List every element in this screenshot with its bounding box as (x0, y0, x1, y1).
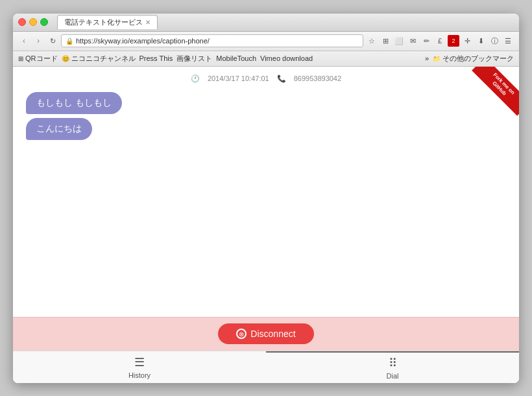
history-tab-icon: ☰ (134, 355, 145, 369)
menu-icon[interactable]: ☰ (502, 35, 514, 47)
message-bubble-1: もしもし もしもし (26, 92, 122, 114)
call-date: 2014/3/17 10:47:01 (208, 75, 269, 82)
disconnect-label: Disconnect (250, 329, 295, 339)
maximize-button[interactable] (40, 18, 48, 26)
tab-history[interactable]: ☰ History (13, 351, 266, 383)
dial-tab-label: Dial (387, 372, 399, 380)
bookmark-label: 画像リスト (176, 54, 212, 64)
call-info: 🕐 2014/3/17 10:47:01 📞 869953893042 (26, 75, 506, 83)
nav-icons: ☆ ⊞ ⬜ ✉ ✏ £ 2 ✛ ⬇ ⓘ ☰ (366, 35, 514, 47)
mail-icon[interactable]: ✉ (407, 35, 418, 47)
chat-area: 🕐 2014/3/17 10:47:01 📞 869953893042 もしもし… (13, 67, 519, 317)
call-phone: 869953893042 (294, 75, 341, 82)
pencil-icon[interactable]: ✏ (420, 35, 432, 47)
bookmark-vimeo[interactable]: Vimeo download (260, 54, 313, 62)
fork-ribbon[interactable]: Fork me onGitHub (467, 67, 519, 119)
info-icon[interactable]: ⓘ (489, 35, 500, 47)
fork-ribbon-label: Fork me onGitHub (472, 67, 519, 116)
lock-icon: 🔒 (66, 38, 73, 45)
nav-bar: ‹ › ↻ 🔒 https://skyway.io/examples/capti… (13, 32, 519, 51)
browser-tab[interactable]: 電話テキスト化サービス ✕ (57, 15, 158, 29)
minimize-button[interactable] (29, 18, 37, 26)
bottom-tabs: ☰ History ⠿ Dial (13, 351, 519, 383)
bookmark-qr[interactable]: ⊞ QRコード (18, 54, 58, 64)
message-bubble-2: こんにちは (26, 118, 92, 140)
address-bar[interactable]: 🔒 https://skyway.io/examples/caption-pho… (61, 34, 363, 47)
url-text: https://skyway.io/examples/caption-phone… (76, 37, 359, 45)
bookmark-label: MobileTouch (216, 54, 256, 62)
download-icon[interactable]: ⬇ (475, 35, 487, 47)
bookmark-label: その他のブックマーク (442, 54, 514, 64)
tab-bar: 電話テキスト化サービス ✕ (57, 15, 158, 29)
bookmarks-bar: ⊞ QRコード 😊 ニコニコチャンネル Press This 画像リスト Mob… (13, 51, 519, 67)
bookmark-label: Vimeo download (260, 54, 313, 62)
bookmarks-more[interactable]: » (425, 54, 429, 62)
title-bar: 電話テキスト化サービス ✕ (13, 14, 519, 32)
dial-tab-icon: ⠿ (389, 356, 397, 370)
clock-icon: 🕐 (191, 75, 200, 83)
bookmark-press[interactable]: Press This (139, 54, 173, 62)
niconico-icon: 😊 (62, 55, 69, 62)
tab-title: 電話テキスト化サービス (64, 17, 143, 27)
bookmark-mobile[interactable]: MobileTouch (216, 54, 256, 62)
tab-dial[interactable]: ⠿ Dial (266, 351, 519, 383)
badge-icon[interactable]: 2 (448, 35, 459, 47)
grid-icon[interactable]: ✛ (461, 35, 473, 47)
phone-icon: 📞 (277, 75, 286, 83)
copy-icon[interactable]: ⬜ (393, 35, 405, 47)
bookmark-star-icon[interactable]: ☆ (366, 35, 378, 47)
tab-close-icon[interactable]: ✕ (145, 19, 151, 26)
traffic-lights (18, 18, 48, 26)
browser-window: 電話テキスト化サービス ✕ ‹ › ↻ 🔒 https://skyway.io/… (13, 14, 519, 383)
qr-icon: ⊞ (18, 55, 23, 62)
folder-icon: 📁 (433, 55, 441, 62)
back-button[interactable]: ‹ (18, 35, 30, 47)
translate-icon[interactable]: ⊞ (380, 35, 391, 47)
bookmark-label: QRコード (25, 54, 58, 64)
pound-icon[interactable]: £ (434, 35, 446, 47)
bookmark-other[interactable]: 📁 その他のブックマーク (433, 54, 514, 64)
page-content: Fork me onGitHub 🕐 2014/3/17 10:47:01 📞 … (13, 67, 519, 383)
message-text-1: もしもし もしもし (36, 97, 112, 108)
bookmark-niconico[interactable]: 😊 ニコニコチャンネル (62, 54, 136, 64)
close-button[interactable] (18, 18, 26, 26)
forward-button[interactable]: › (32, 35, 44, 47)
disconnect-bar: ⊗ Disconnect (13, 317, 519, 351)
disconnect-icon: ⊗ (236, 329, 247, 339)
refresh-button[interactable]: ↻ (47, 35, 58, 47)
message-text-2: こんにちは (36, 123, 82, 134)
disconnect-button[interactable]: ⊗ Disconnect (218, 323, 313, 344)
history-tab-label: History (128, 371, 151, 379)
bookmark-label: ニコニコチャンネル (71, 54, 136, 64)
bookmark-label: Press This (139, 54, 173, 62)
bookmark-images[interactable]: 画像リスト (176, 54, 212, 64)
